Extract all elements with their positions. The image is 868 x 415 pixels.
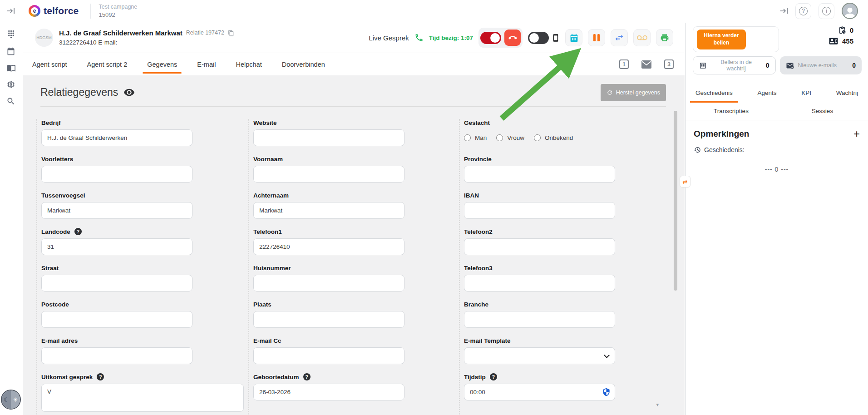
achternaam-input[interactable] — [253, 202, 404, 219]
email-adres-input[interactable] — [41, 347, 192, 364]
field-label: Achternaam — [253, 192, 459, 199]
help-icon[interactable]: ? — [74, 228, 82, 235]
straat-input[interactable] — [41, 275, 192, 291]
history-icon — [694, 146, 701, 153]
call-next-button[interactable]: Hierna verder bellen — [697, 30, 746, 49]
envelope-icon[interactable] — [641, 60, 652, 69]
tasks-counter[interactable]: 0 — [838, 26, 853, 35]
tab-sessies[interactable]: Sessies — [777, 104, 868, 120]
page-1-icon[interactable]: 1 — [619, 59, 629, 69]
help-icon[interactable]: ? — [303, 373, 311, 380]
telefoon3-input[interactable] — [464, 275, 615, 291]
help-icon[interactable]: ? — [97, 373, 104, 380]
telefoon1-input[interactable] — [253, 238, 404, 255]
mobile-toggle[interactable] — [528, 32, 549, 44]
telefoon2-input[interactable] — [464, 238, 615, 255]
tab-agent-script-2[interactable]: Agent script 2 — [86, 54, 128, 75]
contact-phone-email: 31222726410 E-mail: — [59, 39, 234, 46]
scroll-down-arrow[interactable]: ▾ — [656, 402, 659, 408]
user-avatar[interactable] — [842, 3, 858, 19]
live-call-label: Live Gesprek — [369, 34, 409, 42]
voornaam-input[interactable] — [253, 166, 404, 183]
shield-icon[interactable] — [602, 387, 611, 397]
contacts-count: 455 — [842, 37, 853, 45]
help-icon[interactable]: ? — [490, 373, 497, 380]
radio-man[interactable] — [464, 134, 471, 141]
radio-vrouw[interactable] — [496, 134, 503, 141]
voicemail-icon — [637, 33, 647, 43]
tab-transcripties[interactable]: Transcripties — [686, 104, 777, 120]
record-toggle[interactable] — [480, 32, 501, 44]
schedule-callback-button[interactable] — [565, 29, 582, 46]
page-3-icon[interactable]: 3 — [664, 59, 674, 69]
add-note-button[interactable]: + — [853, 128, 860, 139]
plaats-input[interactable] — [253, 311, 404, 328]
huisnummer-input[interactable] — [253, 275, 404, 291]
tab-wachtrij[interactable]: Wachtrij — [836, 84, 858, 103]
field-label: Tijdstip — [464, 374, 486, 380]
calendar-cyan-icon — [569, 33, 579, 43]
sidebar-collapse-icon[interactable] — [6, 7, 15, 15]
transfer-button[interactable] — [611, 29, 628, 46]
tab-helpchat[interactable]: Helpchat — [235, 54, 262, 75]
field-label: Telefoon2 — [464, 228, 671, 235]
geboortedatum-input[interactable] — [253, 384, 404, 400]
field-label: Geboortedatum — [253, 374, 299, 380]
field-label: Postcode — [41, 301, 248, 308]
fax-button[interactable] — [656, 29, 673, 46]
tab-kpi[interactable]: KPI — [801, 84, 811, 103]
tussenvoegsel-input[interactable] — [41, 202, 192, 219]
hangup-button[interactable] — [504, 30, 521, 46]
callers-queue-button[interactable]: Bellers in de wachtrij 0 — [693, 56, 776, 74]
sun-icon: ☀ — [11, 390, 20, 409]
field-label: Landcode — [41, 228, 70, 235]
restore-data-button[interactable]: Herstel gegevens — [601, 84, 666, 101]
telforce-logo[interactable]: e telforce — [29, 5, 79, 17]
email-cc-input[interactable] — [253, 347, 404, 364]
fax-icon — [660, 33, 669, 42]
radio-onbekend-label[interactable]: Onbekend — [545, 134, 573, 141]
bedrijf-input[interactable] — [41, 129, 192, 146]
copy-icon[interactable] — [228, 30, 234, 36]
website-input[interactable] — [253, 129, 404, 146]
tijdstip-input[interactable] — [464, 384, 615, 400]
branche-input[interactable] — [464, 311, 615, 328]
email-template-select[interactable] — [464, 347, 615, 364]
chip-icon[interactable] — [6, 80, 15, 89]
search-icon[interactable] — [6, 97, 15, 106]
calendar-icon[interactable] — [6, 47, 15, 56]
tab-geschiedenis[interactable]: Geschiedenis — [695, 84, 733, 103]
provincie-input[interactable] — [464, 166, 615, 183]
iban-input[interactable] — [464, 202, 615, 219]
pause-button[interactable] — [588, 29, 605, 46]
info-button[interactable]: i — [819, 3, 834, 19]
voorletters-input[interactable] — [41, 166, 192, 183]
panel-collapse-icon[interactable]: ⇄ — [680, 176, 690, 188]
uitkomst-gesprek-input[interactable]: V — [41, 384, 244, 412]
postcode-input[interactable] — [41, 311, 192, 328]
eye-icon[interactable] — [123, 87, 135, 98]
form-column-1: Bedrijf Voorletters Tussenvoegsel Landco… — [36, 119, 248, 415]
theme-toggle[interactable]: ☾ ☀ — [1, 390, 21, 410]
contacts-counter[interactable]: 455 — [829, 37, 853, 45]
field-label: Branche — [464, 301, 671, 308]
content-scrollbar[interactable] — [674, 111, 677, 291]
field-label: Bedrijf — [41, 119, 248, 126]
list-icon — [699, 62, 707, 69]
radio-vrouw-label[interactable]: Vrouw — [507, 134, 524, 141]
gegevens-content: Relatiegegevens Herstel gegevens Bedrijf… — [23, 75, 685, 415]
landcode-input[interactable] — [41, 238, 192, 255]
tab-agents[interactable]: Agents — [758, 84, 777, 103]
voicemail-button[interactable] — [633, 29, 651, 46]
dialpad-icon[interactable] — [7, 30, 15, 39]
tab-doorverbinden[interactable]: Doorverbinden — [281, 54, 326, 75]
radio-man-label[interactable]: Man — [475, 134, 487, 141]
logout-icon[interactable] — [779, 7, 788, 15]
tab-email[interactable]: E-mail — [196, 54, 217, 75]
tab-gegevens[interactable]: Gegevens — [146, 54, 178, 75]
new-emails-button[interactable]: Nieuwe e-mails 0 — [780, 56, 862, 74]
radio-onbekend[interactable] — [534, 134, 541, 141]
tab-agent-script[interactable]: Agent script — [31, 54, 68, 75]
phonebook-icon[interactable] — [6, 64, 16, 72]
help-button[interactable]: ? — [795, 3, 811, 19]
